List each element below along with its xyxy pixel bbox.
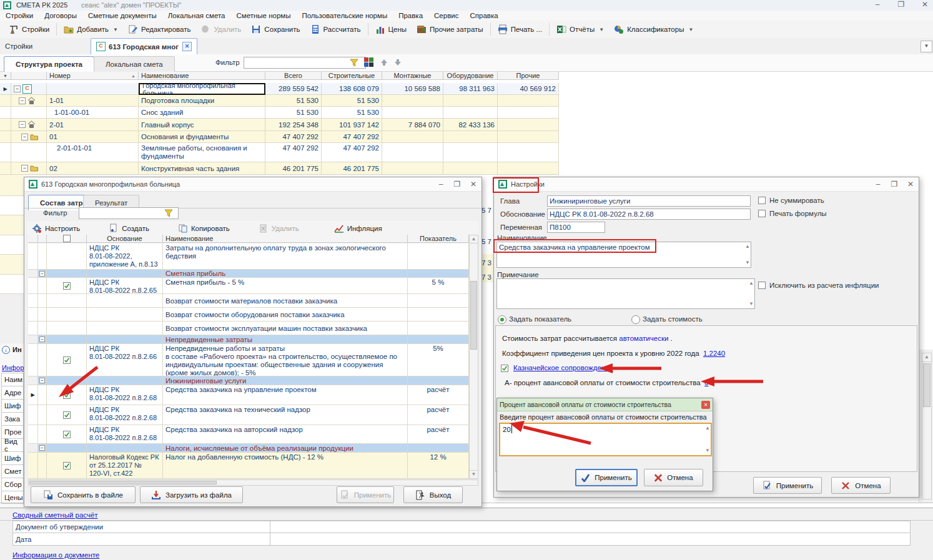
toolbar-redaktirovat-button[interactable]: Редактировать — [123, 22, 195, 37]
dialog-minimize-button[interactable]: – — [870, 180, 886, 189]
approval-doc-label[interactable]: Документ об утверждении — [12, 521, 270, 533]
color-settings-icon[interactable] — [364, 57, 373, 67]
group-collapse-icon[interactable]: − — [39, 271, 45, 277]
group-collapse-icon[interactable]: − — [39, 378, 45, 383]
window-maximize-button[interactable]: ❐ — [893, 0, 909, 9]
menu-smetnye-dokumenty[interactable]: Сметные документы — [82, 12, 162, 19]
exclude-inflation-checkbox[interactable] — [758, 282, 766, 289]
save-to-file-button[interactable]: Сохранить в файле — [31, 486, 136, 503]
toolbar-pechat-button[interactable]: Печать ... — [493, 22, 547, 37]
cost-row[interactable]: Налоговый Кодекс РК от 25.12.2017 № 120-… — [28, 453, 469, 479]
document-info-link[interactable]: Информация о документе — [12, 551, 99, 559]
print-formula-checkbox[interactable] — [758, 210, 766, 217]
modal-cancel-button[interactable]: Отмена — [644, 469, 703, 486]
treasury-checkbox[interactable] — [501, 365, 508, 372]
column-header-pokazatel[interactable]: Показатель — [408, 235, 469, 243]
menu-polzovatelskie-normy[interactable]: Пользовательские нормы — [296, 12, 393, 19]
filter-input[interactable] — [244, 57, 366, 69]
row-checkbox[interactable] — [63, 411, 71, 419]
header-indicator-cell[interactable]: ▼ — [0, 72, 11, 80]
menu-dogovory[interactable]: Договоры — [39, 12, 82, 19]
menu-smetnye-normy[interactable]: Сметные нормы — [230, 12, 296, 19]
coefficient-value-link[interactable]: 1,2240 — [703, 350, 725, 357]
advance-percent-value-link[interactable]: 0 — [704, 379, 708, 386]
sozdat-button[interactable]: Создать — [104, 221, 154, 236]
dialog-maximize-button[interactable]: ❐ — [449, 180, 465, 189]
window-close-button[interactable]: ✕ — [917, 0, 933, 9]
cost-group-row[interactable]: − Налоги, исчисляемые от объёма реализац… — [28, 444, 469, 453]
tabstrip-dropdown-button[interactable]: ▼ — [921, 41, 932, 52]
toolbar-rasschitat-button[interactable]: Рассчитать — [305, 22, 366, 37]
dialog-filter-input[interactable] — [79, 207, 179, 219]
cost-row-current[interactable]: ▶ НДЦС РК 8.01-08-2022 п.8.2.68 Средства… — [28, 385, 469, 405]
scroll-up-icon[interactable]: ▲ — [705, 425, 710, 432]
column-header-prochie[interactable]: Прочие — [498, 72, 559, 80]
toolbar-otchety-button[interactable]: Отчёты▼ — [551, 22, 609, 37]
approval-date-value[interactable] — [270, 533, 911, 546]
menu-servis[interactable]: Сервис — [428, 12, 464, 19]
sidebar-row[interactable]: Наим — [1, 373, 24, 386]
column-header-nomer[interactable]: Номер▲ — [47, 72, 139, 80]
column-header-montazhnye[interactable]: Монтажные — [382, 72, 443, 80]
select-all-checkbox[interactable] — [63, 235, 71, 242]
set-cost-radio[interactable] — [631, 315, 640, 324]
table-row[interactable]: − 02 Конструктивная часть здания 46 201 … — [0, 162, 559, 175]
variable-input[interactable] — [547, 222, 605, 233]
focused-cell[interactable]: Городская многопрофильная больница — [139, 83, 265, 95]
column-header-naimenovanie[interactable]: Наименование — [139, 72, 265, 80]
cost-row[interactable]: НДЦС РК 8.01-08-2022, приложение А, п.8.… — [28, 243, 469, 270]
table-row[interactable]: 2-01-01-01 Земляные работы, основания и … — [0, 143, 559, 162]
nastroit-button[interactable]: Настроить — [27, 221, 85, 236]
tab-close-icon[interactable]: ✕ — [182, 42, 192, 51]
basis-input[interactable] — [547, 209, 751, 220]
tab-struktura-proekta[interactable]: Структура проекта — [4, 56, 94, 72]
cost-group-row[interactable]: − Непредвиденные затраты — [28, 335, 469, 344]
load-from-file-button[interactable]: Загрузить из файла — [140, 486, 243, 503]
cost-row[interactable]: НДЦС РК 8.01-08-2022 п.8.2.66 Непредвиде… — [28, 344, 469, 376]
modal-apply-button[interactable]: Применить — [575, 469, 638, 486]
cost-group-row[interactable]: − Инжиниринговые услуги — [28, 376, 469, 385]
scroll-up-icon[interactable]: ▲ — [749, 280, 754, 287]
toolbar-klassifikatory-button[interactable]: Классификаторы▼ — [609, 22, 698, 37]
sidebar-row[interactable]: Шиф — [1, 399, 24, 412]
dialog-close-button[interactable]: ✕ — [465, 180, 481, 189]
costs-horizontal-scrollbar[interactable] — [28, 479, 478, 486]
column-header-vsego[interactable]: Всего — [265, 72, 322, 80]
toolbar-tseny-button[interactable]: Цены — [370, 22, 412, 37]
tree-collapse-icon[interactable]: − — [21, 165, 28, 172]
row-checkbox[interactable] — [63, 356, 71, 364]
row-checkbox[interactable] — [63, 462, 71, 469]
settings-apply-button[interactable]: Применить — [753, 477, 822, 494]
table-row[interactable]: ▶ −C Городская многопрофильная больница … — [0, 83, 559, 95]
sidebar-row[interactable]: Вид с — [1, 438, 24, 451]
inflyatsiya-button[interactable]: Инфляция — [329, 221, 387, 236]
tree-collapse-icon[interactable]: − — [14, 86, 21, 92]
column-header-naimenovanie[interactable]: Наименование — [163, 235, 408, 243]
filter-funnel-icon[interactable] — [350, 59, 358, 67]
window-minimize-button[interactable]: – — [869, 0, 886, 9]
scroll-down-icon[interactable]: ▼ — [705, 447, 710, 454]
sidebar-row[interactable]: Прое — [1, 425, 24, 438]
group-collapse-icon[interactable]: − — [39, 336, 45, 342]
column-header-oborudovanie[interactable]: Оборудование — [443, 72, 498, 80]
filter-funnel-icon[interactable] — [164, 209, 173, 217]
toolbar-dobavit-button[interactable]: Добавить▼ — [59, 22, 123, 37]
group-collapse-icon[interactable]: − — [39, 445, 45, 451]
modal-close-icon[interactable]: ✕ — [701, 401, 710, 409]
scroll-down-icon[interactable]: ▼ — [745, 259, 750, 267]
tree-collapse-icon[interactable]: − — [21, 134, 28, 140]
cost-row[interactable]: Возврат стоимости оборудования поставки … — [28, 308, 469, 322]
sidebar-info-link[interactable]: Инфор — [2, 364, 24, 371]
cost-group-row[interactable]: − Сметная прибыль — [28, 270, 469, 278]
tab-stroyki[interactable]: Стройки — [0, 38, 97, 54]
set-indicator-radio[interactable] — [498, 315, 506, 324]
sidebar-row[interactable]: Сбор — [1, 478, 24, 491]
cost-row[interactable]: НДЦС РК 8.01-08-2022 п.8.2.68 Средства з… — [28, 425, 469, 444]
cost-row[interactable]: Возврат стоимости эксплуатации машин пос… — [28, 322, 469, 335]
column-header-osnovanie[interactable]: Основание — [87, 235, 163, 243]
note-textarea[interactable]: ▲ ▼ — [496, 278, 755, 309]
move-down-icon[interactable] — [393, 58, 402, 67]
sidebar-row[interactable]: Зака — [1, 412, 24, 425]
modal-value-textarea[interactable]: 20 ▲ ▼ — [499, 423, 712, 456]
menu-pravka[interactable]: Правка — [393, 12, 428, 19]
